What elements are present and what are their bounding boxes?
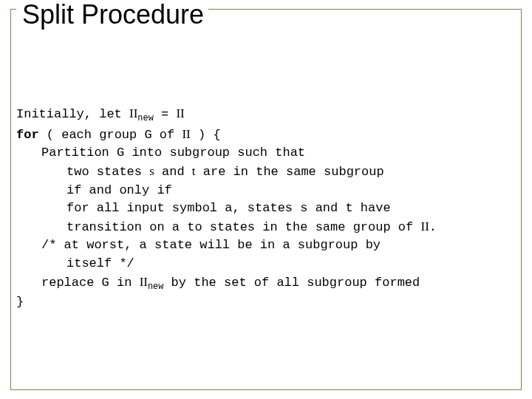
text: and bbox=[154, 165, 192, 179]
title-container: Split Procedure bbox=[18, 0, 208, 35]
pi-symbol: II bbox=[129, 106, 137, 120]
text: by the set of all subgroup formed bbox=[163, 276, 420, 290]
pi-symbol: II bbox=[176, 106, 184, 120]
state-s: s bbox=[149, 164, 154, 178]
subscript-new: new bbox=[148, 282, 163, 292]
text: . bbox=[429, 220, 437, 234]
text: ( each group G of bbox=[39, 128, 183, 142]
text: = bbox=[154, 107, 177, 121]
text: two states bbox=[66, 165, 149, 179]
text: transition on a to states in the same gr… bbox=[66, 220, 420, 234]
slide-title: Split Procedure bbox=[22, 0, 204, 30]
slide: Split Procedure Initially, let IInew = I… bbox=[0, 0, 532, 399]
code-line-3: Partition G into subgroup such that bbox=[16, 144, 526, 163]
text: ) { bbox=[191, 128, 221, 142]
code-line-1: Initially, let IInew = II bbox=[16, 105, 526, 126]
code-line-5: if and only if bbox=[16, 182, 526, 200]
code-line-9: itself */ bbox=[16, 255, 526, 273]
subscript-new: new bbox=[137, 113, 153, 123]
code-line-10: replace G in IInew by the set of all sub… bbox=[16, 273, 526, 294]
keyword-for: for bbox=[16, 128, 39, 142]
code-line-2: for ( each group G of II ) { bbox=[16, 126, 526, 145]
code-line-8: /* at worst, a state will be in a subgro… bbox=[16, 236, 526, 255]
pseudocode-block: Initially, let IInew = II for ( each gro… bbox=[16, 105, 526, 312]
code-line-7: transition on a to states in the same gr… bbox=[16, 218, 526, 237]
text: are in the same subgroup bbox=[196, 165, 384, 179]
frame-top-right bbox=[208, 9, 522, 10]
pi-symbol: II bbox=[140, 275, 148, 289]
code-line-11: } bbox=[16, 293, 526, 312]
pi-symbol: II bbox=[182, 127, 190, 141]
code-line-4: two states s and t are in the same subgr… bbox=[16, 163, 526, 182]
text: Initially, let bbox=[16, 107, 129, 121]
code-line-6: for all input symbol a, states s and t h… bbox=[16, 200, 526, 218]
text: replace G in bbox=[41, 276, 140, 290]
frame-top-left bbox=[10, 9, 16, 10]
pi-symbol: II bbox=[420, 219, 429, 233]
